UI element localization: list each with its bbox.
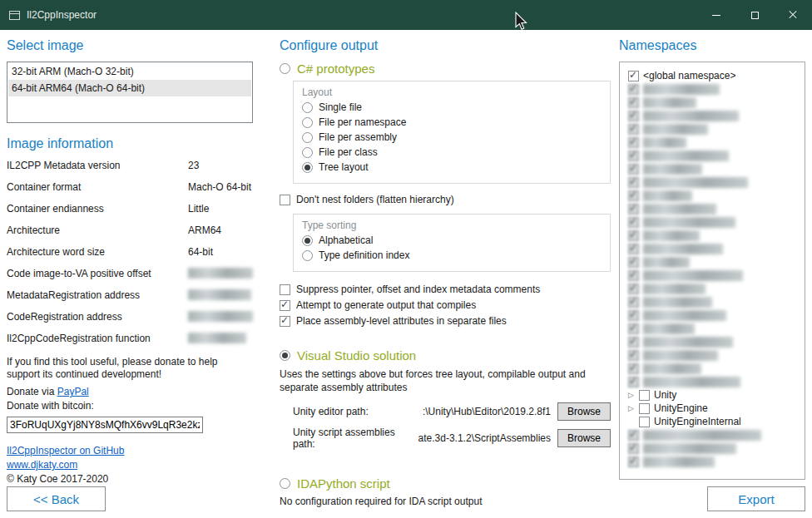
namespace-checkbox[interactable]	[628, 337, 639, 348]
radio-icon[interactable]	[302, 250, 313, 261]
browse-script-assemblies-button[interactable]: Browse	[557, 429, 611, 447]
namespace-item-redacted[interactable]	[628, 428, 800, 442]
namespace-item-redacted[interactable]	[628, 109, 800, 122]
radio-icon[interactable]	[302, 117, 313, 128]
namespace-item-unityengine[interactable]: ▷ UnityEngine	[628, 402, 800, 415]
namespace-checkbox[interactable]	[628, 257, 639, 268]
visual-studio-option[interactable]: Visual Studio solution	[280, 348, 611, 363]
namespace-checkbox[interactable]	[639, 403, 650, 414]
radio-icon[interactable]	[302, 102, 313, 113]
radio-icon[interactable]	[280, 478, 290, 489]
namespace-checkbox[interactable]	[628, 244, 639, 254]
radio-icon-selected[interactable]	[280, 350, 290, 361]
checkbox-flatten-hierarchy[interactable]: Don't nest folders (flatten hierarchy)	[280, 194, 611, 205]
namespace-item-redacted[interactable]	[628, 162, 800, 175]
namespace-checkbox[interactable]	[628, 297, 639, 308]
export-button[interactable]: Export	[707, 486, 805, 511]
radio-file-per-namespace[interactable]: File per namespace	[302, 116, 602, 128]
namespace-checkbox[interactable]	[628, 111, 639, 121]
radio-icon[interactable]	[302, 147, 313, 158]
namespace-item-redacted[interactable]	[628, 322, 800, 335]
namespace-checkbox[interactable]	[628, 217, 639, 228]
expander-icon[interactable]: ▷	[628, 388, 635, 402]
namespace-checkbox[interactable]	[628, 443, 639, 454]
namespace-item-redacted[interactable]	[628, 189, 800, 202]
minimize-button[interactable]	[697, 0, 735, 30]
checkbox-suppress-comments[interactable]: Suppress pointer, offset and index metad…	[280, 284, 611, 295]
namespace-item-redacted[interactable]	[628, 269, 800, 282]
browse-unity-editor-button[interactable]: Browse	[557, 402, 611, 421]
checkbox-icon[interactable]	[280, 284, 290, 295]
radio-type-definition-index[interactable]: Type definition index	[302, 249, 602, 261]
namespace-checkbox[interactable]	[628, 430, 639, 441]
namespace-checkbox-checked[interactable]	[628, 71, 639, 81]
unity-editor-path-value[interactable]: :\Unity\Hub\Editor\2019.2.8f1	[423, 406, 551, 417]
namespace-item-unity[interactable]: ▷ Unity	[628, 388, 800, 402]
namespace-item-redacted[interactable]	[628, 335, 800, 348]
namespace-item-global[interactable]: <global namespace>	[628, 69, 800, 82]
back-button[interactable]: << Back	[7, 486, 106, 511]
namespace-checkbox[interactable]	[628, 190, 639, 201]
close-button[interactable]	[774, 0, 812, 30]
namespace-item-unityengineinternal[interactable]: UnityEngineInternal	[628, 415, 800, 428]
website-link[interactable]: www.djkaty.com	[7, 459, 77, 471]
namespace-checkbox[interactable]	[628, 270, 639, 281]
namespace-item-redacted[interactable]	[628, 149, 800, 162]
namespace-checkbox[interactable]	[628, 377, 639, 387]
namespace-checkbox[interactable]	[628, 350, 639, 361]
namespace-checkbox[interactable]	[628, 230, 639, 241]
namespace-checkbox[interactable]	[628, 150, 639, 161]
namespace-checkbox[interactable]	[628, 363, 639, 374]
expander-icon[interactable]: ▷	[628, 402, 635, 415]
checkbox-icon-checked[interactable]	[280, 300, 290, 311]
namespace-item-redacted[interactable]	[628, 308, 800, 322]
namespace-item-redacted[interactable]	[628, 442, 800, 455]
checkbox-separate-attribute-files[interactable]: Place assembly-level attributes in separ…	[280, 315, 611, 327]
namespace-item-redacted[interactable]	[628, 255, 800, 269]
namespace-item-redacted[interactable]	[628, 282, 800, 295]
namespace-checkbox[interactable]	[628, 124, 639, 135]
radio-alphabetical[interactable]: Alphabetical	[302, 234, 602, 246]
namespace-item-redacted[interactable]	[628, 96, 800, 109]
namespace-checkbox[interactable]	[628, 164, 639, 175]
namespace-item-redacted[interactable]	[628, 82, 800, 96]
radio-icon[interactable]	[302, 132, 313, 143]
namespace-checkbox[interactable]	[628, 84, 639, 95]
github-link[interactable]: Il2CppInspector on GitHub	[7, 445, 124, 456]
namespace-item-redacted[interactable]	[628, 295, 800, 308]
radio-file-per-assembly[interactable]: File per assembly	[302, 131, 602, 143]
radio-icon[interactable]	[280, 63, 290, 74]
checkbox-icon[interactable]	[280, 195, 290, 205]
namespace-item-redacted[interactable]	[628, 375, 800, 388]
namespace-item-redacted[interactable]	[628, 455, 800, 468]
csharp-prototypes-option[interactable]: C# prototypes	[280, 62, 611, 76]
radio-icon-selected[interactable]	[302, 235, 313, 246]
namespace-item-redacted[interactable]	[628, 136, 800, 149]
namespace-item-redacted[interactable]	[628, 202, 800, 215]
maximize-button[interactable]	[735, 0, 774, 30]
checkbox-compilable-output[interactable]: Attempt to generate output that compiles	[280, 299, 611, 311]
radio-icon-selected[interactable]	[302, 162, 313, 173]
idapython-option[interactable]: IDAPython script	[280, 476, 611, 491]
namespace-checkbox[interactable]	[628, 456, 639, 467]
namespace-checkbox[interactable]	[628, 204, 639, 215]
namespace-checkbox[interactable]	[639, 417, 650, 427]
namespace-checkbox[interactable]	[639, 390, 650, 401]
image-list-item[interactable]: 32-bit ARM (Mach-O 32-bit)	[8, 63, 251, 80]
bitcoin-address-input[interactable]	[7, 417, 203, 433]
radio-single-file[interactable]: Single file	[302, 101, 602, 113]
namespace-item-redacted[interactable]	[628, 362, 800, 375]
namespace-item-redacted[interactable]	[628, 175, 800, 189]
namespace-tree[interactable]: <global namespace> ▷ Unity ▷ UnityEngine	[619, 62, 805, 480]
unity-script-assemblies-path-value[interactable]: ate.3d-3.1.2\ScriptAssemblies	[418, 432, 551, 444]
image-listbox[interactable]: 32-bit ARM (Mach-O 32-bit) 64-bit ARM64 …	[7, 62, 253, 123]
image-list-item-selected[interactable]: 64-bit ARM64 (Mach-O 64-bit)	[8, 80, 251, 96]
namespace-item-redacted[interactable]	[628, 348, 800, 362]
namespace-item-redacted[interactable]	[628, 229, 800, 242]
namespace-checkbox[interactable]	[628, 284, 639, 294]
paypal-link[interactable]: PayPal	[57, 386, 89, 397]
namespace-checkbox[interactable]	[628, 97, 639, 108]
namespace-checkbox[interactable]	[628, 137, 639, 148]
namespace-checkbox[interactable]	[628, 323, 639, 334]
radio-tree-layout[interactable]: Tree layout	[302, 161, 602, 173]
